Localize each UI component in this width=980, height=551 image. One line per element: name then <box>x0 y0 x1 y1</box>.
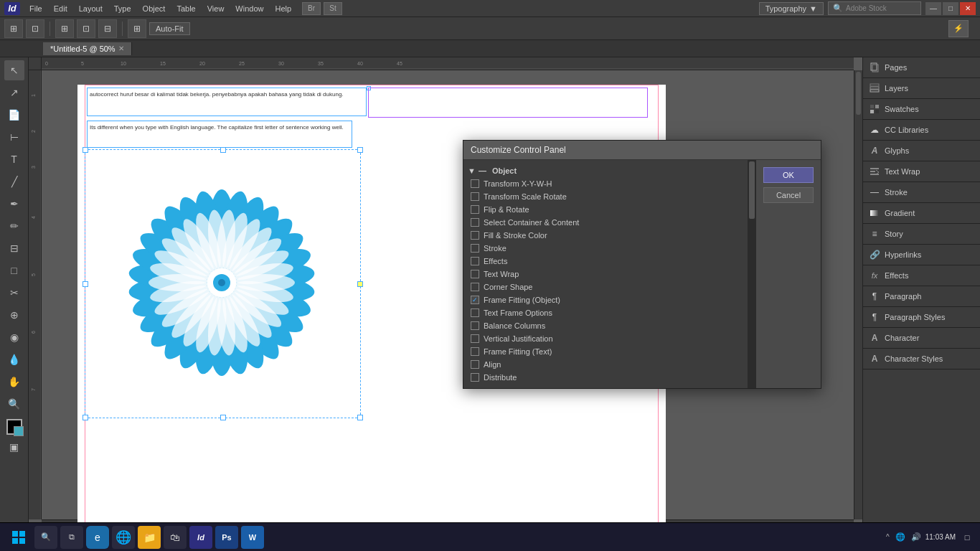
taskbar-right: ^ 🌐 🔊 11:03 AM □ <box>886 530 974 545</box>
dialog-ok-button[interactable]: OK <box>763 167 814 183</box>
indesign-taskbar-btn[interactable]: Id <box>189 526 212 549</box>
checkbox-corner-shape[interactable] <box>471 283 479 291</box>
item-label-text-frame-options: Text Frame Options <box>484 309 552 317</box>
time-text: 11:03 AM <box>925 532 956 542</box>
store-btn[interactable]: 🛍 <box>164 526 187 549</box>
item-label-balance-columns: Balance Columns <box>484 321 545 330</box>
item-label-effects: Effects <box>484 257 507 265</box>
dialog-item-select-container-content[interactable]: Select Container & Content <box>463 216 748 229</box>
dialog-item-text-wrap[interactable]: Text Wrap <box>463 268 748 281</box>
dialog-item-fill-stroke-color[interactable]: Fill & Stroke Color <box>463 229 748 242</box>
dialog-item-transform-xywh[interactable]: Transform X-Y-W-H <box>463 177 748 190</box>
item-label-fill-stroke-color: Fill & Stroke Color <box>484 231 547 240</box>
dialog-item-text-frame-options[interactable]: Text Frame Options <box>463 306 748 319</box>
start-button[interactable] <box>6 526 32 549</box>
dialog-item-transform-scale-rotate[interactable]: Transform Scale Rotate <box>463 190 748 203</box>
checkbox-transform-scale-rotate[interactable] <box>471 192 479 201</box>
item-label-frame-fitting-object: Frame Fitting (Object) <box>484 296 560 304</box>
checkbox-frame-fitting-object[interactable] <box>471 296 479 304</box>
task-view-btn[interactable]: ⧉ <box>60 526 83 549</box>
dialog-overlay: Customize Control Panel ▼ — Object Trans… <box>0 0 980 551</box>
checkbox-select-container-content[interactable] <box>471 218 479 227</box>
checkbox-balance-columns[interactable] <box>471 321 479 330</box>
checkbox-text-frame-options[interactable] <box>471 309 479 317</box>
time-display[interactable]: 11:03 AM <box>925 532 956 542</box>
svg-rect-96 <box>12 538 18 544</box>
item-label-stroke: Stroke <box>484 244 507 253</box>
volume-icon: 🔊 <box>911 532 921 542</box>
dialog-item-vertical-justification[interactable]: Vertical Justification <box>463 332 748 345</box>
dialog-scrollbar-thumb[interactable] <box>749 161 755 219</box>
svg-rect-94 <box>12 531 18 537</box>
windows-logo-icon <box>11 530 26 545</box>
dialog-item-flip-rotate[interactable]: Flip & Rotate <box>463 203 748 216</box>
item-label-distribute: Distribute <box>484 373 517 382</box>
item-label-corner-shape: Corner Shape <box>484 283 533 291</box>
group-label-object: Object <box>492 166 517 175</box>
checkbox-flip-rotate[interactable] <box>471 205 479 214</box>
svg-rect-95 <box>19 531 25 537</box>
dialog-item-distribute[interactable]: Distribute <box>463 371 748 384</box>
item-label-vertical-justification: Vertical Justification <box>484 334 553 343</box>
checkbox-fill-stroke-color[interactable] <box>471 231 479 240</box>
dialog-item-effects[interactable]: Effects <box>463 255 748 268</box>
dialog-item-balance-columns[interactable]: Balance Columns <box>463 319 748 332</box>
file-explorer-btn[interactable]: 📁 <box>138 526 161 549</box>
group-dash: — <box>479 166 486 175</box>
checkbox-text-wrap[interactable] <box>471 270 479 278</box>
system-tray: ^ 🌐 🔊 <box>886 532 921 542</box>
edge-btn[interactable]: e <box>86 526 109 549</box>
photoshop-btn[interactable]: Ps <box>215 526 238 549</box>
group-triangle: ▼ <box>468 166 476 175</box>
checkbox-frame-fitting-text[interactable] <box>471 347 479 356</box>
checkbox-vertical-justification[interactable] <box>471 334 479 343</box>
dialog-buttons: OK Cancel <box>756 160 821 388</box>
checkbox-effects[interactable] <box>471 257 479 265</box>
checkbox-align[interactable] <box>471 360 479 369</box>
tray-icons: ^ <box>886 533 890 541</box>
word-btn[interactable]: W <box>241 526 264 549</box>
dialog-item-frame-fitting-text[interactable]: Frame Fitting (Text) <box>463 345 748 358</box>
notification-center[interactable]: □ <box>960 530 974 545</box>
network-icon: 🌐 <box>895 532 905 542</box>
item-label-select-container-content: Select Container & Content <box>484 218 579 227</box>
item-label-align: Align <box>484 360 501 369</box>
item-label-transform-xywh: Transform X-Y-W-H <box>484 179 552 188</box>
item-label-transform-scale-rotate: Transform Scale Rotate <box>484 192 567 201</box>
dialog-list-scrollbar[interactable] <box>748 160 756 388</box>
dialog-title: Customize Control Panel <box>471 145 566 155</box>
dialog-group-object[interactable]: ▼ — Object <box>463 164 748 177</box>
checkbox-distribute[interactable] <box>471 373 479 382</box>
dialog-body: ▼ — Object Transform X-Y-W-H Transform S… <box>463 160 821 388</box>
dialog-item-frame-fitting-object[interactable]: Frame Fitting (Object) <box>463 293 748 306</box>
dialog-list: ▼ — Object Transform X-Y-W-H Transform S… <box>463 160 748 388</box>
item-label-frame-fitting-text: Frame Fitting (Text) <box>484 347 552 356</box>
checkbox-transform-xywh[interactable] <box>471 179 479 188</box>
chrome-btn[interactable]: 🌐 <box>112 526 135 549</box>
search-taskbar-btn[interactable]: 🔍 <box>34 526 57 549</box>
dialog-cancel-button[interactable]: Cancel <box>763 187 814 203</box>
dialog-item-stroke[interactable]: Stroke <box>463 242 748 255</box>
taskbar: 🔍 ⧉ e 🌐 📁 🛍 Id Ps W ^ 🌐 🔊 11:03 AM □ <box>0 522 980 551</box>
dialog-item-corner-shape[interactable]: Corner Shape <box>463 281 748 293</box>
item-label-flip-rotate: Flip & Rotate <box>484 205 529 214</box>
checkbox-stroke[interactable] <box>471 244 479 253</box>
dialog-titlebar: Customize Control Panel <box>463 141 821 160</box>
item-label-text-wrap: Text Wrap <box>484 270 519 278</box>
customize-control-panel-dialog: Customize Control Panel ▼ — Object Trans… <box>463 140 821 389</box>
svg-rect-97 <box>19 538 25 544</box>
dialog-item-align[interactable]: Align <box>463 358 748 371</box>
